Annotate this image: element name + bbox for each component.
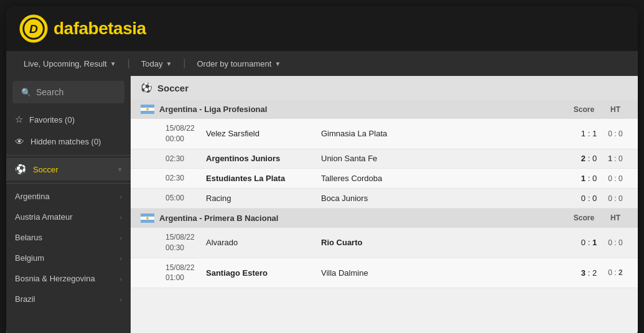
svg-rect-7 [141, 213, 154, 217]
match-row: 05:00 Racing Boca Juniors 0 : 0 0 : 0 [131, 189, 638, 209]
svg-rect-3 [141, 105, 154, 108]
favorites-item[interactable]: ☆ Favorites (0) [6, 108, 131, 131]
team-away: Talleres Cordoba [321, 174, 575, 183]
austria-arrow-icon: › [119, 213, 122, 221]
search-box[interactable]: 🔍 Search [12, 81, 124, 103]
match-row: 15/08/2200:00 Velez Sarsfield Gimnasia L… [131, 119, 638, 149]
match-score: 0 : 1 [575, 238, 603, 247]
belarus-label: Belarus [15, 233, 42, 242]
match-time: 15/08/2200:30 [166, 232, 206, 253]
favorites-label: Favorites (0) [29, 115, 122, 124]
svg-point-6 [146, 108, 149, 111]
section-title: Soccer [157, 83, 189, 93]
match-row: 15/08/2201:00 Santiago Estero Villa Dalm… [131, 258, 638, 289]
austria-amateur-label: Austria Amateur [15, 212, 73, 222]
team-away: Gimnasia La Plata [321, 129, 575, 138]
logo-icon: D [19, 14, 49, 44]
logo-text-dark: dafabetasia [54, 19, 146, 38]
match-time: 05:00 [166, 193, 206, 204]
match-row: 02:30 Argentinos Juniors Union Santa Fe … [131, 149, 638, 169]
match-ht: 0 : 0 [603, 129, 628, 138]
belgium-arrow-icon: › [119, 255, 122, 262]
toolbar: Live, Upcoming, Result ▼ | Today ▼ | Ord… [6, 51, 638, 76]
match-ht: 1 : 0 [603, 154, 628, 163]
sidebar: 🔍 Search ☆ Favorites (0) 👁 Hidden matche… [6, 76, 131, 333]
star-icon: ☆ [15, 114, 23, 125]
section-soccer-icon: ⚽ [141, 82, 152, 93]
bosnia-arrow-icon: › [119, 275, 122, 283]
ht-col-header-2: HT [603, 213, 628, 222]
header: D dafabetasia [6, 6, 638, 51]
content-area: 🔍 Search ☆ Favorites (0) 👁 Hidden matche… [6, 76, 638, 333]
country-austria-amateur[interactable]: Austria Amateur › [6, 207, 131, 227]
ht-col-header-1: HT [603, 105, 628, 114]
brazil-label: Brazil [15, 294, 35, 304]
match-time: 15/08/2200:00 [166, 123, 206, 144]
team-home: Argentinos Juniors [206, 154, 321, 163]
match-time: 02:30 [166, 154, 206, 164]
belgium-label: Belgium [15, 253, 44, 263]
match-score: 1 : 1 [575, 129, 603, 138]
match-score: 3 : 2 [575, 268, 603, 278]
logo: D dafabetasia [19, 14, 146, 44]
logo-text: dafabetasia [54, 19, 146, 39]
brazil-arrow-icon: › [119, 296, 122, 303]
score-col-header-2: Score [570, 213, 598, 222]
belarus-arrow-icon: › [119, 234, 122, 242]
country-belarus[interactable]: Belarus › [6, 227, 131, 248]
match-ht: 0 : 0 [603, 194, 628, 203]
country-bosnia[interactable]: Bosnia & Herzegovina › [6, 268, 131, 289]
match-ht: 0 : 2 [603, 268, 628, 277]
svg-rect-5 [141, 111, 154, 114]
date-caret-icon: ▼ [166, 60, 172, 67]
soccer-arrow-icon: ▾ [118, 166, 122, 174]
country-belgium[interactable]: Belgium › [6, 248, 131, 268]
hidden-label: Hidden matches (0) [30, 137, 122, 146]
team-home: Santiago Estero [206, 268, 321, 278]
argentina-arrow-icon: › [119, 193, 122, 200]
match-time: 02:30 [166, 173, 206, 184]
team-away: Boca Juniors [321, 194, 575, 203]
score-col-header-1: Score [570, 105, 598, 114]
match-ht: 0 : 0 [603, 238, 628, 247]
section-header: ⚽ Soccer [131, 76, 638, 100]
soccer-label: Soccer [33, 165, 112, 174]
soccer-item[interactable]: ⚽ Soccer ▾ [6, 158, 131, 181]
argentina-flag-icon [141, 105, 154, 114]
search-icon: 🔍 [21, 88, 31, 97]
hidden-icon: 👁 [15, 136, 24, 147]
match-row: 02:30 Estudiantes La Plata Talleres Cord… [131, 169, 638, 189]
tournament-2-header: Argentina - Primera B Nacional Score HT [131, 209, 638, 228]
filter-caret-icon: ▼ [110, 60, 116, 67]
match-score: 1 : 0 [575, 174, 603, 183]
match-score: 0 : 0 [575, 194, 603, 203]
team-home: Velez Sarsfield [206, 129, 321, 138]
country-brazil[interactable]: Brazil › [6, 289, 131, 309]
argentina-label: Argentina [15, 192, 50, 201]
team-away: Villa Dalmine [321, 268, 575, 278]
search-label: Search [36, 87, 63, 97]
soccer-icon: ⚽ [15, 164, 27, 175]
match-score: 2 : 0 [575, 154, 603, 163]
team-away: Rio Cuarto [321, 238, 575, 247]
main-panel: ⚽ Soccer Argentina - Liga Profesional Sc… [131, 76, 638, 333]
match-time: 15/08/2201:00 [166, 263, 206, 284]
filter-dropdown[interactable]: Live, Upcoming, Result ▼ [16, 55, 124, 72]
svg-rect-9 [141, 220, 154, 223]
order-dropdown[interactable]: Order by tournament ▼ [190, 55, 289, 72]
date-dropdown[interactable]: Today ▼ [134, 55, 180, 72]
svg-text:D: D [29, 22, 38, 35]
match-ht: 0 : 0 [603, 174, 628, 183]
country-argentina[interactable]: Argentina › [6, 186, 131, 207]
hidden-matches-item[interactable]: 👁 Hidden matches (0) [6, 131, 131, 152]
bosnia-label: Bosnia & Herzegovina [15, 274, 95, 283]
team-home: Estudiantes La Plata [206, 174, 321, 183]
team-home: Racing [206, 194, 321, 203]
match-row: 15/08/2200:30 Alvarado Rio Cuarto 0 : 1 … [131, 228, 638, 258]
order-caret-icon: ▼ [274, 60, 281, 67]
tournament-1-name: Argentina - Liga Profesional [159, 105, 565, 114]
team-away: Union Santa Fe [321, 154, 575, 163]
argentina-flag-icon-2 [141, 213, 154, 223]
svg-point-10 [146, 217, 149, 219]
main-container: D dafabetasia Live, Upcoming, Result ▼ |… [6, 6, 638, 333]
